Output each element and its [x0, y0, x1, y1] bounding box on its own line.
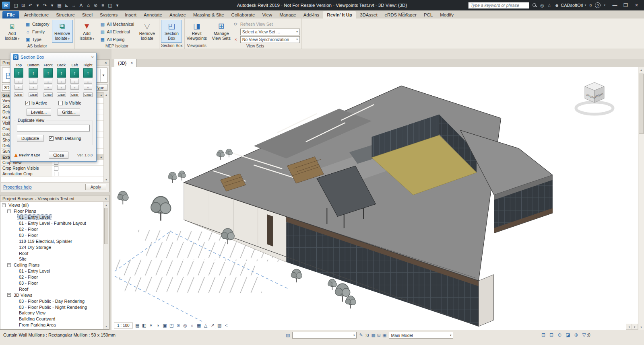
browser-tree-item[interactable]: 01 - Entry Level: [1, 268, 103, 274]
help-search-input[interactable]: [468, 2, 529, 9]
dialog-title-bar[interactable]: R Section Box: [10, 53, 96, 61]
is-active-checkbox[interactable]: Is Active: [25, 101, 47, 105]
help-menu-icon[interactable]: ▾: [604, 4, 605, 7]
ribbon-tab[interactable]: File: [2, 11, 19, 18]
is-visible-checkbox[interactable]: Is Visible: [58, 101, 81, 105]
panel-label-mep-isolator[interactable]: MEP Isolator: [75, 43, 159, 49]
clear-button[interactable]: Clear: [70, 92, 79, 97]
duplicate-view-name-input[interactable]: [17, 125, 90, 131]
browser-tree-item[interactable]: 124 Dry Storage: [1, 244, 103, 250]
browser-tree-item[interactable]: 03 - Floor: [1, 232, 103, 238]
scroll-down-icon[interactable]: [104, 324, 109, 329]
browser-tree-item[interactable]: 01 - Entry Level - Furniture Layout: [1, 220, 103, 226]
as-add-isolate-button[interactable]: ⧈ Add Isolate▾: [2, 20, 23, 43]
expander-icon[interactable]: [7, 263, 11, 267]
browser-tree-item[interactable]: Floor Plans: [1, 208, 103, 214]
editable-only-icon[interactable]: ✎: [359, 333, 363, 338]
help-icon[interactable]: ?: [595, 2, 601, 8]
customize-qat-icon[interactable]: ▾: [114, 2, 121, 9]
browser-tree-item[interactable]: Roof: [1, 250, 103, 256]
aligned-dimension-icon[interactable]: ↔: [70, 2, 77, 9]
thin-lines-icon[interactable]: ≡: [99, 2, 106, 9]
close-button[interactable]: ×: [631, 1, 642, 9]
left-face-icon[interactable]: [70, 68, 79, 78]
lock-3d-view-icon[interactable]: ⊙: [175, 323, 182, 328]
worksharing-display-icon[interactable]: ▧: [217, 323, 223, 328]
design-options-icon[interactable]: ▦: [371, 333, 375, 338]
view-cube-compass[interactable]: [576, 102, 613, 114]
browser-tree-item[interactable]: 02 - Floor: [1, 274, 103, 280]
spin-down-button[interactable]: [29, 85, 37, 90]
scroll-down-icon[interactable]: [638, 324, 644, 330]
collapse-icon[interactable]: ▴: [100, 156, 102, 159]
browser-tree-item[interactable]: Balcony View: [1, 310, 103, 316]
with-detailing-checkbox[interactable]: With Detailing: [49, 136, 81, 141]
mep-remove-isolate-button[interactable]: ▽ Remove Isolate: [136, 20, 157, 43]
ribbon-tab[interactable]: Add-Ins: [300, 11, 323, 18]
select-links-icon[interactable]: ⊡: [541, 332, 545, 338]
clear-button[interactable]: Clear: [83, 92, 93, 97]
print-icon[interactable]: ▤: [56, 2, 63, 9]
spin-up-button[interactable]: [57, 79, 66, 84]
panel-label-view-sets[interactable]: View Sets: [209, 43, 301, 49]
ribbon-tab[interactable]: Insert: [121, 11, 140, 18]
scrollbar-thumb[interactable]: [639, 74, 644, 134]
mep-add-isolate-button[interactable]: ▼ Add Isolate▾: [76, 20, 97, 43]
panel-label-section-box[interactable]: Section Box: [159, 43, 184, 49]
all-electrical-button[interactable]: ▥All Electrical: [99, 28, 136, 35]
ribbon-tab[interactable]: Revin' It Up: [323, 11, 356, 18]
select-by-face-icon[interactable]: ◪: [566, 332, 570, 338]
checkbox-icon[interactable]: [58, 101, 63, 105]
view-tab-3d[interactable]: {3D} ×: [114, 59, 137, 67]
clear-button[interactable]: Clear: [43, 92, 53, 97]
close-button[interactable]: Close: [49, 152, 68, 159]
ribbon-display-cycle-icon[interactable]: ◫: [401, 12, 405, 16]
view-set-dropdown[interactable]: Select a View Set ... ▾: [240, 29, 300, 35]
select-underlay-icon[interactable]: ⊟: [549, 332, 553, 338]
property-row[interactable]: Crop Region Visible: [1, 166, 103, 171]
temporary-hide-isolate-icon[interactable]: ◎: [182, 323, 188, 328]
ribbon-display-menu-icon[interactable]: ▾: [406, 12, 408, 16]
ribbon-tab[interactable]: Modify: [436, 11, 457, 18]
drag-on-selection-icon[interactable]: ⊕: [574, 332, 578, 338]
scroll-up-icon[interactable]: [104, 202, 109, 207]
spin-up-button[interactable]: [14, 79, 23, 84]
default-3d-view-icon[interactable]: ⌂: [85, 2, 92, 9]
pick-to-edit-icon[interactable]: ▣: [382, 333, 386, 338]
expander-icon[interactable]: [2, 203, 6, 207]
view-scale-button[interactable]: 1 : 100: [114, 322, 133, 329]
model-viewport[interactable]: FRONT RIGHT 1 : 100 ▤◧☀◑▣◳⊙◎☼▦△↗▧< ◂ ▸: [111, 67, 638, 330]
scroll-up-icon[interactable]: [638, 67, 644, 72]
view-tab-close-icon[interactable]: ×: [130, 61, 133, 65]
ribbon-tab[interactable]: PCL: [420, 11, 436, 18]
project-browser-close-icon[interactable]: ×: [105, 196, 107, 201]
expander-icon[interactable]: [7, 293, 11, 297]
ribbon-tab[interactable]: Architecture: [21, 11, 52, 18]
ribbon-tab[interactable]: Manage: [276, 11, 300, 18]
scroll-left-icon[interactable]: ◂: [626, 324, 632, 330]
view-synchronization-dropdown[interactable]: No View Synchronization ▾: [240, 36, 300, 43]
ribbon-tab[interactable]: Analyze: [166, 11, 190, 18]
expander-icon[interactable]: [7, 209, 11, 213]
communication-center-icon[interactable]: ◎: [540, 3, 544, 8]
browser-tree-item[interactable]: 03 - Floor Public - Day Rendering: [1, 298, 103, 304]
properties-help-link[interactable]: Properties help: [3, 185, 32, 189]
clear-button[interactable]: Clear: [57, 92, 66, 97]
add-to-set-icon[interactable]: ⊞: [377, 333, 381, 338]
ribbon-tab[interactable]: Structure: [52, 11, 78, 18]
project-browser-scrollbar[interactable]: [103, 202, 109, 329]
design-options-dropdown[interactable]: Main Model ▾: [389, 332, 453, 339]
refresh-view-set-button[interactable]: ⟳ Refresh View Set: [233, 21, 300, 28]
all-piping-button[interactable]: ▦All Piping: [99, 36, 136, 43]
search-icon[interactable]: [533, 3, 537, 8]
spin-down-button[interactable]: [44, 85, 52, 90]
scroll-up-icon[interactable]: [104, 92, 109, 97]
view-cube[interactable]: FRONT RIGHT: [570, 78, 619, 121]
spin-down-button[interactable]: [57, 85, 66, 90]
undo-icon[interactable]: ↶: [27, 2, 34, 9]
section-box-button[interactable]: ◰ Section Box: [161, 20, 182, 43]
levels-button[interactable]: Levels...: [27, 109, 51, 116]
viewport-scrollbar[interactable]: [638, 67, 644, 330]
select-pinned-icon[interactable]: ⊙: [557, 332, 561, 338]
highlight-displacement-icon[interactable]: ↗: [210, 323, 216, 328]
